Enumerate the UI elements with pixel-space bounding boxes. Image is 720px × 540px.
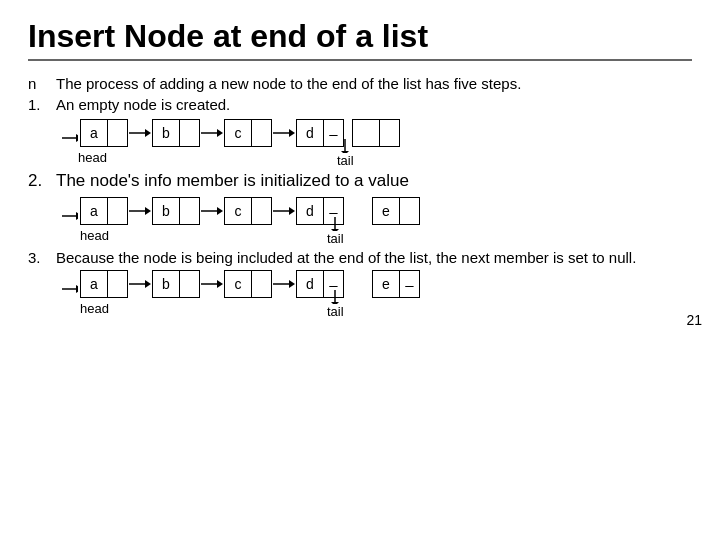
step-3-text: Because the node is being included at th… <box>56 249 636 266</box>
svg-marker-3 <box>145 129 151 137</box>
step-1-marker: 1. <box>28 96 56 113</box>
node-a-1: a <box>80 119 128 147</box>
diagram-1: a b c <box>28 119 692 165</box>
page: Insert Node at end of a list n The proce… <box>0 0 720 336</box>
svg-marker-17 <box>289 207 295 215</box>
node-c-3: c <box>224 270 272 298</box>
svg-marker-11 <box>76 212 78 220</box>
tail-arrow-icon-3 <box>329 290 341 304</box>
node-c-2: c <box>224 197 272 225</box>
head-arrow-icon-3 <box>60 282 78 296</box>
diagram-3: a b c d – <box>28 270 692 316</box>
empty-node-1b <box>380 119 400 147</box>
svg-marker-13 <box>145 207 151 215</box>
head-area-1 <box>60 121 78 145</box>
bullet-text: The process of adding a new node to the … <box>56 75 521 92</box>
diagram-3-nodes: a b c d – <box>60 270 692 298</box>
step-3-marker: 3. <box>28 249 56 266</box>
node-c-1: c <box>224 119 272 147</box>
step-1-text: An empty node is created. <box>56 96 230 113</box>
head-label-3: head <box>80 301 109 316</box>
labels-1: head tail <box>78 149 692 165</box>
node-b-2: b <box>152 197 200 225</box>
empty-node-1a <box>352 119 380 147</box>
tail-area-2: tail <box>327 217 344 246</box>
bullet-point: n The process of adding a new node to th… <box>28 75 692 92</box>
page-title: Insert Node at end of a list <box>28 18 692 61</box>
tail-label-3: tail <box>327 304 344 319</box>
step-2-label: 2. The node's info member is initialized… <box>28 171 692 191</box>
node-e-2: e <box>372 197 420 225</box>
head-arrow-icon <box>60 131 78 145</box>
head-label-2: head <box>80 228 109 243</box>
head-area-2 <box>60 199 78 223</box>
node-e-3: e – <box>372 270 420 298</box>
tail-label-1: tail <box>337 153 354 168</box>
svg-marker-1 <box>76 134 78 142</box>
diagram-1-nodes: a b c <box>60 119 692 147</box>
tail-label-2: tail <box>327 231 344 246</box>
step-2-marker: 2. <box>28 171 56 191</box>
arrow-1 <box>129 126 151 140</box>
svg-marker-7 <box>289 129 295 137</box>
diagram-2-nodes: a b c d – <box>60 197 692 225</box>
head-area-3 <box>60 272 78 296</box>
svg-marker-5 <box>217 129 223 137</box>
step-3-label: 3. Because the node is being included at… <box>28 249 692 266</box>
node-b-3: b <box>152 270 200 298</box>
tail-area-1: tail <box>337 139 354 168</box>
head-label-1: head <box>78 150 107 165</box>
labels-2: head tail <box>78 227 692 243</box>
tail-arrow-icon-2 <box>329 217 341 231</box>
arrow-2 <box>201 126 223 140</box>
node-b-1: b <box>152 119 200 147</box>
page-number: 21 <box>686 312 702 328</box>
tail-area-3: tail <box>327 290 344 319</box>
node-a-3: a <box>80 270 128 298</box>
svg-marker-23 <box>145 280 151 288</box>
tail-arrow-icon-1 <box>339 139 351 153</box>
step-2-text: The node's info member is initialized to… <box>56 171 409 191</box>
svg-marker-21 <box>76 285 78 293</box>
labels-3: head tail <box>78 300 692 316</box>
step-1-label: 1. An empty node is created. <box>28 96 692 113</box>
svg-marker-25 <box>217 280 223 288</box>
arrow-3 <box>273 126 295 140</box>
diagram-2: a b c d – <box>28 197 692 243</box>
node-a-2: a <box>80 197 128 225</box>
svg-marker-27 <box>289 280 295 288</box>
svg-marker-15 <box>217 207 223 215</box>
bullet-marker: n <box>28 75 56 92</box>
head-arrow-icon-2 <box>60 209 78 223</box>
